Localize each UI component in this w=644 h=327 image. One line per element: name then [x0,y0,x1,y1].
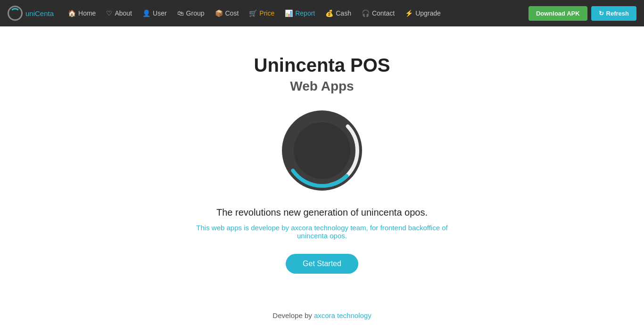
footer-link[interactable]: axcora technology [314,311,372,319]
nav-home-label: Home [78,9,96,17]
main-subtitle: Web Apps [290,79,354,94]
price-icon: 🛒 [249,9,257,17]
nav-contact[interactable]: 🎧 Contact [357,7,399,20]
refresh-icon: ↻ [599,10,604,17]
home-icon: 🏠 [68,9,76,17]
footer-prefix: Develope by [272,311,314,319]
cash-icon: 💰 [325,9,333,17]
upgrade-icon: ⚡ [405,9,413,17]
nav-group[interactable]: 🛍 Group [173,7,209,20]
nav-upgrade[interactable]: ⚡ Upgrade [400,7,446,20]
nav-buttons: Download APK ↻ Refresh [528,6,636,21]
contact-icon: 🎧 [362,9,370,17]
nav-about[interactable]: ♡ About [101,7,137,20]
group-icon: 🛍 [177,9,184,17]
nav-items: 🏠 Home ♡ About 👤 User 🛍 Group 📦 Cost 🛒 P… [63,7,528,20]
logo-icon [8,6,23,21]
navbar: uniCenta 🏠 Home ♡ About 👤 User 🛍 Group 📦… [0,0,644,26]
refresh-button[interactable]: ↻ Refresh [591,6,636,21]
nav-price[interactable]: 🛒 Price [244,7,279,20]
spinner-graphic [280,108,364,193]
nav-cash-label: Cash [336,9,351,17]
user-icon: 👤 [142,9,150,17]
nav-about-label: About [115,9,132,17]
main-description: This web apps is develope by axcora tech… [181,224,463,240]
nav-cost[interactable]: 📦 Cost [210,7,244,20]
logo-text: uniCenta [25,9,54,17]
nav-cash[interactable]: 💰 Cash [321,7,356,20]
svg-point-3 [294,122,350,179]
footer: Develope by axcora technology [272,302,371,319]
main-title: Unincenta POS [254,55,390,76]
nav-report[interactable]: 📊 Report [280,7,320,20]
logo[interactable]: uniCenta [8,6,54,21]
nav-upgrade-label: Upgrade [415,9,441,17]
main-tagline: The revolutions new generation of unince… [216,207,428,218]
nav-price-label: Price [259,9,274,17]
nav-home[interactable]: 🏠 Home [63,7,100,20]
main-content: Unincenta POS Web Apps The revolutions n… [0,26,644,327]
nav-report-label: Report [295,9,315,17]
get-started-button[interactable]: Get Started [286,254,358,274]
report-icon: 📊 [285,9,293,17]
nav-user[interactable]: 👤 User [138,7,172,20]
heart-icon: ♡ [106,9,112,17]
download-apk-button[interactable]: Download APK [528,6,587,21]
nav-group-label: Group [186,9,205,17]
cost-icon: 📦 [215,9,223,17]
nav-cost-label: Cost [225,9,239,17]
nav-user-label: User [153,9,167,17]
refresh-label: Refresh [606,10,629,17]
nav-contact-label: Contact [372,9,395,17]
